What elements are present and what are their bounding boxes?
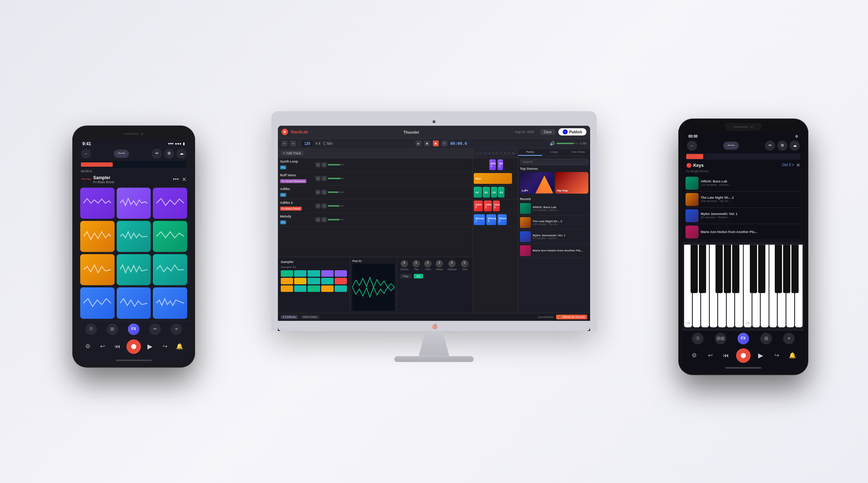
undo-button[interactable]: ↩	[282, 141, 287, 146]
clip[interactable]: Melody 1	[474, 214, 485, 225]
pencil-button[interactable]: ✏	[765, 141, 775, 151]
sampler-pad[interactable]	[321, 270, 334, 277]
settings-button[interactable]: ⚙	[688, 350, 700, 361]
track-mute-button[interactable]: M	[315, 190, 321, 195]
iphone-pad[interactable]	[80, 288, 115, 319]
sampler-pad[interactable]	[294, 270, 306, 277]
waveform-mode-button[interactable]: 〜〜	[114, 150, 129, 157]
fx-button[interactable]: FX	[738, 333, 749, 344]
play-button[interactable]: ▶	[144, 341, 156, 352]
sampler-pad[interactable]	[281, 270, 293, 277]
track-solo-button[interactable]: S	[322, 176, 327, 181]
loop-button[interactable]: ↻	[442, 141, 447, 146]
cloud-button[interactable]: ☁	[790, 141, 800, 151]
iphone-pad[interactable]	[153, 187, 187, 219]
volume-knob[interactable]	[401, 260, 408, 267]
sampler-pad[interactable]	[321, 278, 334, 284]
track-solo-button[interactable]: S	[322, 217, 327, 222]
record-button[interactable]	[126, 339, 141, 354]
iphone-pad[interactable]	[117, 221, 151, 252]
sampler-pad[interactable]	[308, 278, 320, 284]
rewind-button[interactable]: ⏮	[720, 350, 732, 361]
more-options-button[interactable]: •••	[173, 176, 179, 183]
sampler-pad[interactable]	[281, 285, 293, 292]
clip[interactable]: Melody 1	[498, 214, 507, 225]
piano-key-gs5[interactable]	[783, 245, 790, 293]
save-button[interactable]: Save	[540, 129, 555, 135]
play-sample-button[interactable]: Play	[400, 274, 412, 279]
piano-key-cs[interactable]	[691, 245, 698, 293]
stop-button[interactable]: ⏹	[424, 141, 430, 146]
tone-knob[interactable]	[461, 260, 468, 267]
track-mute-button[interactable]: M	[315, 217, 321, 222]
iphone-pad[interactable]	[153, 254, 187, 285]
oct-nav[interactable]: Oct 3 >	[782, 163, 794, 167]
sampler-pad[interactable]	[294, 285, 306, 292]
close-button[interactable]: ✕	[182, 176, 186, 183]
track-volume-slider[interactable]	[328, 191, 344, 193]
undo-transport-button[interactable]: ↩	[97, 341, 108, 352]
master-volume-slider[interactable]	[557, 143, 578, 144]
sampler-pad[interactable]	[308, 270, 320, 277]
redo-transport-button[interactable]: ↪	[159, 341, 171, 352]
grid-button[interactable]: ⊞⊞	[715, 333, 726, 344]
list-item[interactable]: The Late Night Sh... 2 108 samples · Hip…	[518, 216, 590, 230]
iphone-pad[interactable]	[117, 288, 151, 319]
piano-key-gs[interactable]	[724, 245, 731, 293]
bpm-display[interactable]: 120	[302, 141, 313, 146]
close-keys-button[interactable]: ✕	[796, 162, 800, 168]
genre-card-hiphop[interactable]: Hip Hop	[555, 172, 589, 194]
iphone-pad[interactable]	[153, 221, 187, 252]
clip[interactable]: Ad	[474, 187, 482, 198]
clip[interactable]: Ad	[483, 187, 490, 198]
clip[interactable]: Adlib 2	[474, 200, 483, 211]
search-input[interactable]	[520, 159, 588, 165]
list-item[interactable]: Marie Ann Hedon from Another Pla...	[686, 224, 801, 240]
fx-button[interactable]: FX	[128, 323, 139, 335]
rewind-button[interactable]: ⏮	[112, 341, 123, 352]
sampler-pad[interactable]	[308, 285, 320, 292]
track-solo-button[interactable]: S	[322, 203, 327, 208]
metronome-button[interactable]: 🔔	[787, 350, 798, 361]
settings-button[interactable]: ⚙	[164, 148, 174, 159]
track-volume-slider[interactable]	[328, 205, 344, 207]
pitch-knob[interactable]	[424, 260, 431, 267]
list-button[interactable]: ≡	[171, 323, 182, 335]
sampler-pad[interactable]	[335, 285, 347, 292]
clip[interactable]: Ad	[498, 187, 504, 198]
track-mute-button[interactable]: M	[315, 162, 321, 167]
metronome-button[interactable]: 🔔	[174, 341, 185, 352]
list-item[interactable]: Myles Jasnowski: Vol. 1 90 samples · Rhy…	[518, 230, 590, 244]
piano-key-as5[interactable]	[791, 245, 799, 293]
loop-tool-button[interactable]: ⑦	[85, 323, 97, 335]
pan-knob[interactable]	[413, 260, 420, 267]
effects-tab[interactable]: Fx Effects	[281, 315, 298, 319]
settings-button[interactable]: ⚙	[777, 141, 787, 151]
back-button[interactable]: ←	[687, 141, 697, 151]
sampler-pad[interactable]	[335, 278, 347, 284]
clip[interactable]: Ad	[491, 187, 497, 198]
play-button[interactable]: ▶	[755, 350, 766, 361]
list-item[interactable]: Marie Ann Hedon from Another Pla...	[518, 244, 590, 258]
iphone-pad[interactable]	[80, 254, 115, 285]
redo-button[interactable]: ↪	[771, 350, 782, 361]
waveform-mode-button[interactable]: 〜〜	[724, 142, 738, 149]
track-mute-button[interactable]: M	[315, 203, 321, 208]
back-button[interactable]: ←	[81, 148, 91, 159]
list-button[interactable]: ≡	[783, 333, 795, 344]
tab-packs[interactable]: Packs	[518, 149, 542, 156]
sampler-pad[interactable]	[321, 285, 334, 292]
undo-button[interactable]: ↩	[704, 350, 716, 361]
publish-button[interactable]: ↑ Publish	[558, 128, 586, 135]
list-item[interactable]: The Late Night Sh... 2 108 samples · Hip…	[686, 191, 801, 208]
redo-button[interactable]: ↪	[290, 141, 296, 146]
track-solo-button[interactable]: S	[322, 190, 327, 195]
track-volume-slider[interactable]	[328, 164, 344, 165]
release-knob[interactable]	[448, 260, 456, 267]
bandlab-sounds-button[interactable]: 🎵 BandLab Sounds	[556, 315, 587, 319]
sampler-pad[interactable]	[281, 278, 293, 284]
sampler-pad[interactable]	[335, 270, 347, 277]
piano-key-as[interactable]	[732, 245, 739, 293]
tab-oneshots[interactable]: One-Shots	[566, 149, 590, 156]
piano-key-fs5[interactable]	[775, 245, 782, 293]
